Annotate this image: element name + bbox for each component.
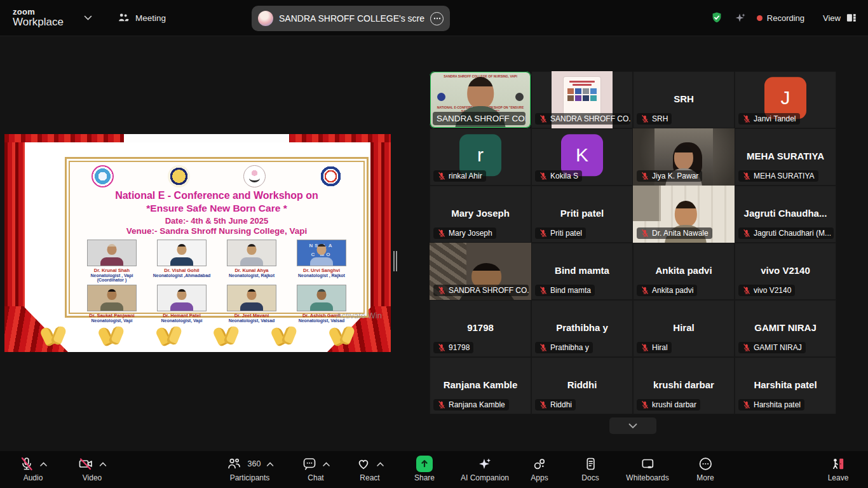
- meeting-people-icon: [116, 11, 130, 25]
- clap-emoji-row: [40, 322, 355, 351]
- meeting-toolbar: Audio Video 360 Participants: [0, 451, 868, 488]
- participant-tile[interactable]: Harshita patel Harshita patel: [735, 357, 836, 414]
- share-label: Share: [414, 473, 435, 482]
- participant-name-label: Mary Joseph: [433, 227, 496, 239]
- clap-emoji: [213, 323, 240, 349]
- participant-tile[interactable]: r rinkal Ahir: [430, 128, 531, 186]
- participant-tile[interactable]: MEHA SURATIYA MEHA SURATIYA: [735, 128, 836, 186]
- participant-name-label: Kokila S: [535, 170, 582, 182]
- video-button[interactable]: Video: [78, 456, 107, 482]
- participant-tile[interactable]: krushi darbar krushi darbar: [633, 357, 735, 414]
- more-button[interactable]: More: [696, 456, 714, 482]
- mic-off-icon: [437, 286, 446, 295]
- participant-tile[interactable]: K Kokila S: [531, 128, 633, 186]
- ai-companion-button[interactable]: AI Companion: [461, 456, 509, 482]
- office-background: [633, 186, 661, 221]
- mic-off-icon: [539, 229, 548, 238]
- participant-tile[interactable]: Jiya K. Pawar: [633, 128, 735, 186]
- share-button[interactable]: Share: [414, 456, 435, 482]
- participant-name-label: Bind mamta: [535, 285, 595, 296]
- security-shield-icon[interactable]: [710, 11, 724, 25]
- whiteboards-button[interactable]: Whiteboards: [626, 456, 668, 482]
- participant-display-name: Ankita padvi: [635, 265, 732, 276]
- stage-gallery-divider[interactable]: [393, 251, 398, 271]
- mic-off-icon: [539, 114, 548, 123]
- participant-label-text: Dr. Anita Nawale: [652, 229, 709, 238]
- tab-meeting[interactable]: Meeting: [116, 11, 166, 25]
- audio-options-chevron[interactable]: [40, 462, 47, 466]
- participant-tile[interactable]: Jagruti Chaudha... Jagruti Chaudhari (M.…: [735, 186, 836, 243]
- view-button[interactable]: View: [823, 11, 858, 24]
- clap-emoji: [271, 323, 297, 349]
- participant-tile[interactable]: SANDRA SHROFF CO...: [430, 243, 531, 300]
- mic-off-icon: [437, 229, 446, 238]
- mic-off-icon: [742, 172, 751, 180]
- apps-button[interactable]: Apps: [531, 456, 548, 482]
- poster-inner: National E - Conference and Workshop on …: [69, 161, 365, 314]
- participant-label-text: rinkal Ahir: [449, 172, 482, 180]
- participant-display-name: Jagruti Chaudha...: [737, 208, 834, 219]
- chat-button[interactable]: Chat: [302, 456, 330, 482]
- doctor-card: Dr. Krunal Shah Neonatologist , Vapi (Co…: [81, 240, 142, 282]
- participant-tile[interactable]: GAMIT NIRAJ GAMIT NIRAJ: [735, 300, 836, 357]
- mic-off-icon: [742, 343, 751, 352]
- heart-icon: [356, 456, 371, 471]
- participant-tile[interactable]: Hiral Hiral: [633, 300, 735, 357]
- participant-tile[interactable]: J Janvi Tandel: [735, 71, 836, 128]
- participant-tile[interactable]: SANDRA SHROFF CO...: [531, 71, 633, 128]
- participant-display-name: Riddhi: [534, 379, 630, 390]
- participant-display-name: Hiral: [635, 322, 732, 333]
- participant-tile[interactable]: Ranjana Kamble Ranjana Kamble: [430, 357, 531, 414]
- apps-label: Apps: [531, 473, 548, 482]
- participant-tile[interactable]: SRH SRH: [633, 71, 735, 128]
- recording-label: Recording: [767, 13, 804, 23]
- top-bar: zoom Workplace Meeting SANDRA SHROFF COL…: [0, 0, 868, 36]
- gallery-next-page-button[interactable]: [609, 417, 656, 434]
- participant-tile[interactable]: 91798 91798: [430, 300, 531, 357]
- participants-button[interactable]: 360 Participants: [226, 456, 274, 482]
- participant-tile[interactable]: Bind mamta Bind mamta: [531, 243, 633, 300]
- participant-name-label: 91798: [433, 342, 473, 353]
- participant-tile[interactable]: Mary Joseph Mary Joseph: [430, 186, 531, 243]
- participant-label-text: GAMIT NIRAJ: [754, 343, 802, 352]
- participant-label-text: vivo V2140: [754, 286, 791, 295]
- audio-button[interactable]: Audio: [19, 456, 47, 482]
- participant-tile[interactable]: vivo V2140 vivo V2140: [735, 243, 836, 300]
- participant-tile[interactable]: Prathibha y Prathibha y: [531, 300, 633, 357]
- react-button[interactable]: React: [356, 456, 384, 482]
- mic-off-icon: [641, 286, 649, 295]
- docs-button[interactable]: Docs: [581, 456, 599, 482]
- ai-companion-status-icon[interactable]: [733, 11, 747, 25]
- video-options-chevron[interactable]: [100, 462, 107, 466]
- screen-tab-options-icon[interactable]: [430, 12, 444, 25]
- mic-muted-icon: [19, 456, 34, 471]
- tab-screen-share[interactable]: SANDRA SHROFF COLLEGE's scre: [252, 6, 450, 31]
- participant-label-text: Jagruti Chaudhari (M...: [754, 229, 831, 238]
- whiteboards-icon: [640, 456, 655, 471]
- ai-companion-label: AI Companion: [461, 473, 509, 482]
- leave-button[interactable]: Leave: [828, 456, 849, 482]
- participant-tile-speaker[interactable]: SANDRA SHROFF COLLEGE OF NURSING, VAPI N…: [430, 71, 531, 128]
- react-options-chevron[interactable]: [377, 462, 384, 466]
- participant-tile[interactable]: Riddhi Riddhi: [531, 357, 633, 414]
- recording-indicator: Recording: [757, 13, 804, 23]
- participant-label-text: Prathibha y: [550, 343, 589, 352]
- participants-label: Participants: [230, 473, 270, 482]
- mic-off-icon: [742, 286, 751, 295]
- participant-tile[interactable]: Dr. Anita Nawale: [633, 186, 735, 243]
- participant-name-label: Ranjana Kamble: [433, 399, 509, 410]
- participants-options-chevron[interactable]: [266, 462, 273, 466]
- participant-display-name: Bind mamta: [534, 265, 630, 276]
- participant-tile[interactable]: Priti patel Priti patel: [531, 186, 633, 243]
- workspace-chevron-down-icon[interactable]: [84, 15, 92, 20]
- participant-name-label: SRH: [637, 113, 672, 125]
- participant-display-name: GAMIT NIRAJ: [737, 322, 834, 333]
- participants-count: 360: [248, 459, 261, 468]
- view-grid-icon: [845, 11, 858, 24]
- participant-label-text: SANDRA SHROFF CO...: [550, 114, 630, 123]
- participant-display-name: MEHA SURATIYA: [737, 151, 834, 161]
- participant-tile[interactable]: Ankita padvi Ankita padvi: [633, 243, 735, 300]
- trust-hands-logo: [243, 165, 266, 187]
- college-emblem-logo: [320, 165, 342, 187]
- chat-options-chevron[interactable]: [323, 462, 330, 466]
